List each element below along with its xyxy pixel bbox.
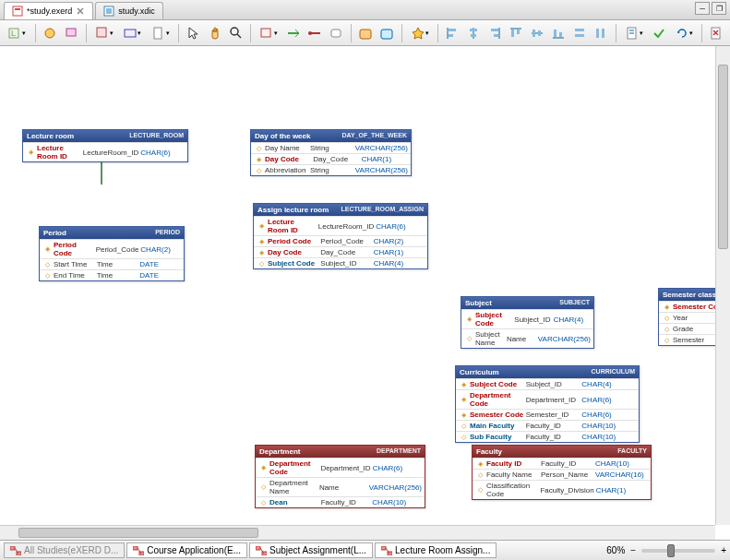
entity-curriculum[interactable]: CurriculumCURRICULUM ◈Subject CodeSubjec… [455, 365, 640, 443]
scrollbar-horizontal[interactable] [0, 525, 715, 540]
svg-rect-39 [575, 34, 584, 37]
hand-tool[interactable] [205, 23, 224, 43]
entity-title: Department [259, 447, 300, 456]
svg-rect-34 [538, 30, 541, 36]
svg-point-18 [308, 31, 312, 35]
svg-rect-19 [331, 30, 341, 37]
tool-btn-import[interactable] [356, 23, 376, 43]
tool-refresh[interactable]: ▾ [670, 23, 697, 43]
svg-rect-41 [602, 29, 604, 38]
scrollbar-vertical[interactable] [715, 46, 730, 525]
entity-period[interactable]: PeriodPERIOD ◈Period CodePeriod_CodeCHAR… [39, 226, 185, 281]
svg-rect-28 [494, 34, 498, 37]
zoom-thumb[interactable] [667, 544, 675, 557]
svg-rect-13 [261, 29, 270, 37]
svg-point-11 [231, 28, 238, 35]
svg-rect-9 [125, 30, 136, 37]
tab-study-exerd[interactable]: *study.exerd [4, 2, 93, 19]
entity-title: Period [43, 229, 66, 237]
minimize-button[interactable]: ─ [695, 2, 710, 15]
restore-button[interactable]: ❐ [712, 2, 726, 15]
zoom-tool[interactable] [226, 23, 245, 43]
note-tool[interactable] [327, 23, 346, 43]
bottom-tab-all-studies[interactable]: All Studies(eXERD D... [4, 542, 125, 558]
scroll-thumb[interactable] [18, 528, 258, 538]
align-left[interactable] [443, 23, 462, 43]
svg-rect-0 [13, 6, 22, 16]
entity-title: Lecture room [27, 132, 74, 140]
entity-department[interactable]: DepartmentDEPARTMENT ◈Department CodeDep… [255, 445, 425, 508]
view-mode-button[interactable]: L▾ [4, 23, 30, 43]
svg-rect-55 [381, 546, 386, 550]
svg-rect-22 [449, 34, 453, 37]
align-right[interactable] [485, 23, 505, 43]
zoom-value: 60% [606, 545, 625, 555]
bottom-tab-label: Lecture Room Assign... [395, 545, 490, 555]
svg-rect-40 [596, 29, 599, 38]
bottom-tab-subject-assignment[interactable]: Subject Assignment(L... [249, 542, 373, 558]
entity-subject[interactable]: SubjectSUBJECT ◈Subject CodeSubject_IDCH… [461, 296, 594, 349]
pointer-tool[interactable] [184, 23, 203, 43]
bottom-tab-label: Subject Assignment(L... [269, 545, 366, 555]
svg-rect-49 [133, 546, 138, 550]
svg-rect-52 [256, 546, 260, 550]
align-center-h[interactable] [464, 23, 484, 43]
tool-btn-magic[interactable]: ▾ [406, 23, 433, 43]
relation-tool-1[interactable] [284, 23, 304, 43]
entity-tool[interactable]: ▾ [256, 23, 282, 43]
align-center-v[interactable] [528, 23, 547, 43]
tool-btn-3[interactable]: ▾ [90, 23, 117, 43]
tool-doc[interactable]: ▾ [621, 23, 648, 43]
zoom-slider[interactable] [641, 549, 715, 553]
entity-phys: PERIOD [155, 229, 180, 237]
tool-btn-2[interactable] [62, 23, 81, 43]
svg-text:L: L [11, 29, 16, 38]
zoom-in-icon[interactable]: + [721, 545, 726, 555]
zoom-out-icon[interactable]: − [630, 545, 636, 555]
svg-rect-38 [575, 29, 584, 31]
align-bottom[interactable] [549, 23, 568, 43]
svg-rect-24 [470, 29, 477, 31]
entity-phys: FACULTY [617, 447, 647, 456]
erd-icon [10, 546, 21, 555]
svg-rect-46 [10, 546, 15, 550]
tab-study-xdic[interactable]: study.xdic [95, 2, 162, 19]
svg-line-12 [237, 34, 241, 38]
close-icon[interactable] [76, 6, 85, 16]
erd-icon [133, 546, 144, 555]
entity-lecture-room[interactable]: Lecture roomLECTURE_ROOM ◈Lecture Room I… [22, 129, 188, 162]
tool-btn-1[interactable] [41, 23, 60, 43]
entity-title: Day of the week [255, 132, 310, 140]
svg-rect-37 [559, 32, 562, 37]
svg-rect-36 [554, 30, 556, 37]
diagram-canvas[interactable]: Lecture roomLECTURE_ROOM ◈Lecture Room I… [0, 46, 730, 540]
tool-btn-4[interactable]: ▾ [119, 23, 146, 43]
svg-rect-3 [106, 8, 112, 14]
entity-title: Curriculum [460, 368, 499, 376]
tool-validate[interactable] [649, 23, 668, 43]
bottom-tab-lecture-room-assign[interactable]: Lecture Room Assign... [375, 542, 497, 558]
svg-rect-30 [511, 30, 514, 37]
erd-icon [256, 546, 267, 555]
align-top[interactable] [507, 23, 526, 43]
scroll-thumb[interactable] [718, 65, 728, 249]
bottom-tab-course-application[interactable]: Course Application(E... [126, 542, 247, 558]
match-height[interactable] [592, 23, 611, 43]
tool-btn-5[interactable]: ▾ [148, 23, 174, 43]
tool-delete[interactable] [707, 23, 726, 43]
tool-btn-export[interactable] [377, 23, 397, 43]
svg-rect-31 [517, 30, 520, 34]
match-width[interactable] [570, 23, 590, 43]
relation-tool-2[interactable] [305, 23, 325, 43]
svg-rect-1 [15, 8, 20, 10]
bottom-tab-label: Course Application(E... [147, 545, 241, 555]
svg-rect-27 [491, 29, 498, 31]
entity-assign-lecture-room[interactable]: Assign lecture roomLECTURE_ROOM_ASSIGN ◈… [253, 203, 428, 269]
svg-rect-21 [449, 29, 456, 31]
erd-file-icon [12, 6, 23, 17]
entity-faculty[interactable]: FacultyFACULTY ◈Faculty IDFaculty_IDCHAR… [472, 445, 652, 500]
entity-title: Semester class [663, 291, 716, 299]
entity-phys: DEPARTMENT [377, 447, 421, 456]
entity-phys: SUBJECT [559, 299, 590, 307]
entity-day-of-week[interactable]: Day of the weekDAY_OF_THE_WEEK ◇Day Name… [250, 129, 412, 176]
